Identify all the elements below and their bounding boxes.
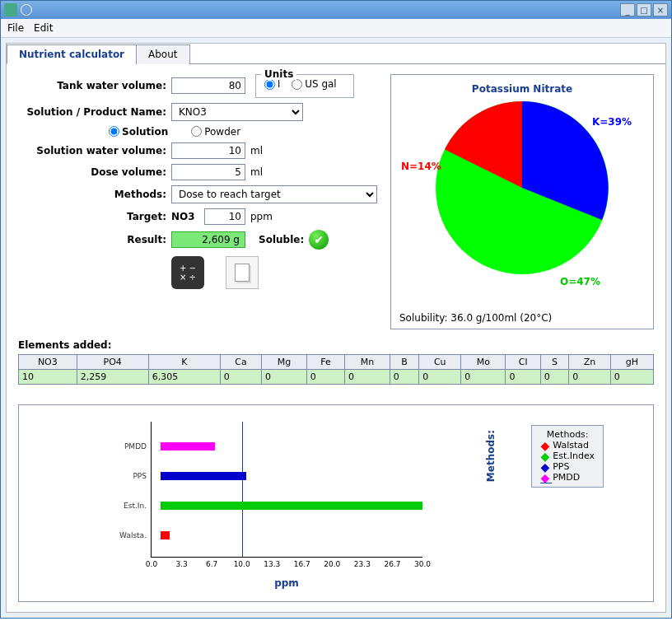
col-Ca: Ca [220,355,261,370]
result-value: 2,609 g [171,231,245,248]
unit-litres-radio[interactable]: l [264,78,280,90]
x-tick: 13.3 [264,560,280,568]
col-Cu: Cu [419,355,461,370]
dose-volume-unit: ml [250,166,263,178]
cell: 0 [419,370,461,385]
col-S: S [540,355,568,370]
col-Mo: Mo [461,355,506,370]
cell: 0 [345,370,390,385]
col-NO3: NO3 [19,355,77,370]
tab-nutrient-calculator[interactable]: Nutrient calculator [7,44,137,64]
elements-added-label: Elements added: [18,339,654,351]
maximize-button[interactable]: □ [637,3,651,16]
cat-estin: Est.In. [124,502,147,510]
cell: 0 [220,370,261,385]
tabrow: Nutrient calculator About [7,44,665,64]
elements-table: NO3PO4KCaMgFeMnBCuMoClSZngH 102,2596,305… [18,354,654,385]
legend-dash [540,483,595,483]
copy-icon [235,264,250,282]
unit-usgal-radio[interactable]: US gal [292,78,337,90]
close-button[interactable]: × [653,3,668,16]
col-K: K [148,355,220,370]
cell: 0 [569,370,611,385]
cell: 6,305 [148,370,220,385]
cell: 10 [19,370,77,385]
powder-radio[interactable]: Powder [191,126,240,138]
x-tick: 3.3 [175,560,187,568]
solution-volume-label: Solution water volume: [18,145,166,156]
table-row: 102,2596,30500000000000 [19,370,654,385]
x-tick: 10.0 [234,560,250,568]
cell: 0 [540,370,568,385]
solution-volume-input[interactable] [171,142,245,159]
target-label: Target: [18,211,166,222]
methods-legend: Methods: ◆Walstad ◆Est.Index ◆PPS ◆PMDD [531,425,604,488]
product-name-label: Solution / Product Name: [18,106,166,118]
cell: 2,259 [77,370,148,385]
tank-volume-input[interactable] [171,77,245,94]
copy-button[interactable] [226,256,259,289]
soluble-check-icon: ✔ [309,230,329,250]
calculate-button[interactable]: + −× ÷ [171,256,204,289]
cell: 0 [506,370,540,385]
product-name-select[interactable]: KNO3 [171,103,303,121]
col-Zn: Zn [569,355,611,370]
col-PO4: PO4 [77,355,148,370]
cat-pmdd: PMDD [124,442,147,451]
pie-title: Potassium Nitrate [399,83,645,95]
x-tick: 23.3 [354,560,371,568]
col-gH: gH [610,355,653,370]
units-group: Units l US gal [255,74,354,98]
solution-volume-unit: ml [250,145,263,156]
target-reference-line [242,422,243,557]
pie-chart: K=39% O=47% N=14% [436,101,609,274]
cell: 0 [262,370,307,385]
dose-volume-input[interactable] [171,164,245,180]
soluble-label: Soluble: [259,234,304,245]
tab-about[interactable]: About [136,44,189,64]
titlebar: _ □ × [1,1,671,19]
menu-edit[interactable]: Edit [34,22,53,34]
x-tick: 16.7 [294,560,310,568]
menubar: File Edit [1,19,671,38]
bar-walstad [161,531,170,539]
methods-axis-label: Methods: [485,430,497,482]
cell: 0 [461,370,506,385]
x-tick: 26.7 [384,560,400,568]
dose-volume-label: Dose volume: [18,166,166,178]
minimize-button[interactable]: _ [620,3,635,16]
solution-radio[interactable]: Solution [109,126,168,138]
pie-chart-box: Potassium Nitrate K=39% O=47% N=14% [390,74,654,329]
pie-label-k: K=39% [592,116,632,128]
x-tick: 20.0 [324,560,340,568]
col-B: B [390,355,419,370]
target-element: NO3 [171,211,199,222]
tank-volume-label: Tank water volume: [18,80,166,91]
col-Cl: Cl [506,355,540,370]
methods-bar-chart: PMDD PPS Est.In. Walsta. 0.03.36.710.013… [151,422,422,558]
x-tick: 0.0 [146,560,157,568]
bar-pps [161,472,246,480]
methods-select[interactable]: Dose to reach target [171,185,377,203]
menu-file[interactable]: File [7,22,24,34]
target-unit: ppm [250,211,273,222]
col-Mg: Mg [262,355,307,370]
col-Mn: Mn [345,355,390,370]
result-label: Result: [18,234,166,245]
cell: 0 [390,370,419,385]
gear-icon [21,4,32,16]
x-tick: 6.7 [206,560,217,568]
pie-label-o: O=47% [560,276,600,287]
target-value-input[interactable] [204,208,245,225]
x-axis-label: ppm [151,577,422,589]
cat-walstad: Walsta. [119,531,147,539]
legend-pmdd: ◆PMDD [540,472,595,483]
col-Fe: Fe [306,355,344,370]
methods-label: Methods: [18,189,166,200]
cat-pps: PPS [133,472,147,480]
methods-chart-box: Methods: PMDD PPS Est.In. Walsta. 0.03.3… [18,404,654,602]
bar-pmdd [161,442,215,451]
solubility-text: Solubility: 36.0 g/100ml (20°C) [399,312,552,324]
bar-estin [161,502,422,510]
pie-label-n: N=14% [401,161,441,172]
